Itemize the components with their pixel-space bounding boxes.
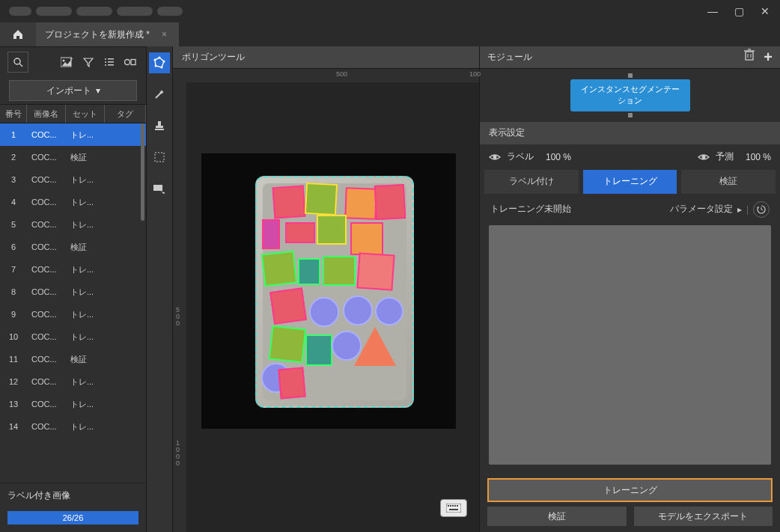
col-tag[interactable]: タグ — [105, 105, 146, 123]
block[interactable] — [375, 297, 403, 325]
block[interactable] — [374, 184, 406, 220]
svg-line-39 — [761, 210, 763, 210]
right-panel: モジュール + インスタンスセグメンテー ション 表示設定 ラベル 100 % — [479, 46, 780, 532]
module-chip[interactable]: インスタンスセグメンテー ション — [570, 79, 690, 111]
close-window-button[interactable]: ✕ — [756, 2, 774, 20]
delete-module-button[interactable] — [744, 49, 755, 66]
block[interactable] — [262, 219, 280, 249]
table-row[interactable]: 10COC...トレ... — [0, 325, 146, 348]
polygon-tool-icon — [153, 56, 166, 70]
maximize-button[interactable]: ▢ — [730, 2, 749, 20]
col-number[interactable]: 番号 — [0, 105, 27, 123]
connector-bottom — [628, 113, 633, 117]
block[interactable] — [343, 296, 373, 325]
keyboard-icon — [446, 504, 461, 513]
svg-rect-30 — [449, 509, 458, 510]
block[interactable] — [356, 252, 394, 290]
list-icon[interactable] — [101, 54, 118, 70]
param-settings-link[interactable]: パラメータ設定 — [670, 203, 733, 215]
select-tool-button[interactable] — [149, 147, 170, 168]
project-tab[interactable]: プロジェクトを新規作成 * × — [36, 22, 179, 46]
col-image-name[interactable]: 画像名 — [27, 105, 66, 123]
block[interactable] — [305, 334, 332, 366]
table-row[interactable]: 11COC...検証 — [0, 348, 146, 370]
canvas-header: ポリゴンツール — [173, 46, 479, 69]
predict-visibility-toggle[interactable] — [698, 153, 710, 162]
ruler-vertical: 5 0 0 1 0 0 0 — [173, 82, 186, 532]
block[interactable] — [278, 367, 305, 400]
validate-button[interactable]: 検証 — [487, 507, 627, 526]
block[interactable] — [272, 186, 306, 219]
svg-point-0 — [14, 58, 20, 64]
table-row[interactable]: 9COC...トレ... — [0, 303, 146, 325]
table-row[interactable]: 14COC...トレ... — [0, 415, 146, 438]
close-tab-button[interactable]: × — [162, 29, 167, 40]
view-mode-icon[interactable] — [122, 54, 138, 70]
block[interactable] — [354, 327, 396, 366]
table-row[interactable]: 1COC...トレ... — [0, 123, 146, 146]
table-row[interactable]: 12COC...トレ... — [0, 370, 146, 393]
table-row[interactable]: 6COC...検証 — [0, 236, 146, 258]
polygon-tool-button[interactable] — [149, 52, 170, 73]
block[interactable] — [305, 183, 338, 215]
add-module-button[interactable]: + — [764, 49, 773, 66]
canvas-area: ポリゴンツール 500 100 5 0 0 1 0 0 0 — [173, 46, 479, 532]
training-log — [489, 225, 771, 465]
label-visibility-toggle[interactable] — [489, 153, 501, 162]
table-row[interactable]: 2COC...検証 — [0, 146, 146, 168]
import-label: インポート — [46, 85, 91, 97]
table-row[interactable]: 13COC...トレ... — [0, 393, 146, 415]
svg-rect-21 — [155, 129, 164, 130]
svg-point-17 — [155, 65, 157, 67]
table-row[interactable]: 4COC...トレ... — [0, 191, 146, 213]
svg-rect-12 — [131, 60, 135, 65]
svg-rect-6 — [108, 58, 114, 60]
table-row[interactable]: 5COC...トレ... — [0, 213, 146, 236]
left-panel: + インポート ▾ 番号 画像名 セット タグ 1COC...トレ...2COC… — [0, 46, 146, 532]
tab-labeling[interactable]: ラベル付け — [484, 170, 579, 194]
block[interactable] — [309, 297, 339, 327]
svg-line-1 — [19, 64, 22, 67]
import-button[interactable]: インポート ▾ — [9, 80, 137, 101]
connector-top — [628, 73, 633, 78]
roi-tool-button[interactable] — [149, 178, 170, 199]
block[interactable] — [317, 215, 347, 245]
filter-icon[interactable] — [80, 54, 97, 70]
tab-validation[interactable]: 検証 — [681, 170, 776, 194]
block[interactable] — [285, 222, 315, 243]
magic-wand-tool-button[interactable] — [149, 84, 170, 105]
titlebar-menu-placeholder — [6, 7, 183, 16]
canvas-viewport[interactable] — [186, 82, 479, 532]
block[interactable] — [298, 258, 320, 285]
minimize-button[interactable]: — — [703, 2, 722, 20]
table-row[interactable]: 7COC...トレ... — [0, 258, 146, 281]
svg-rect-29 — [457, 505, 458, 507]
block[interactable] — [261, 251, 297, 287]
svg-point-15 — [163, 61, 165, 63]
block[interactable] — [350, 222, 383, 255]
table-row[interactable]: 8COC...トレ... — [0, 281, 146, 303]
table-header: 番号 画像名 セット タグ — [0, 104, 146, 123]
keyboard-button[interactable] — [440, 499, 467, 517]
scrollbar-thumb[interactable] — [141, 123, 144, 221]
table-row[interactable]: 3COC...トレ... — [0, 168, 146, 191]
tab-training[interactable]: トレーニング — [583, 170, 677, 194]
add-image-icon[interactable]: + — [59, 54, 76, 70]
history-button[interactable] — [753, 201, 770, 218]
block[interactable] — [323, 256, 356, 286]
eye-icon — [489, 153, 501, 162]
block[interactable] — [269, 325, 307, 364]
col-set[interactable]: セット — [66, 105, 105, 123]
svg-point-14 — [159, 57, 161, 59]
block[interactable] — [269, 287, 307, 325]
search-button[interactable] — [7, 52, 28, 73]
svg-point-37 — [701, 155, 705, 159]
block[interactable] — [344, 187, 377, 219]
home-icon — [12, 28, 24, 40]
export-model-button[interactable]: モデルをエクスポート — [634, 507, 773, 526]
svg-rect-28 — [454, 505, 456, 507]
home-tab[interactable] — [0, 22, 36, 46]
tray-selection[interactable] — [255, 176, 414, 408]
stamp-tool-button[interactable] — [149, 115, 170, 136]
start-training-button[interactable]: トレーニング — [487, 478, 773, 502]
